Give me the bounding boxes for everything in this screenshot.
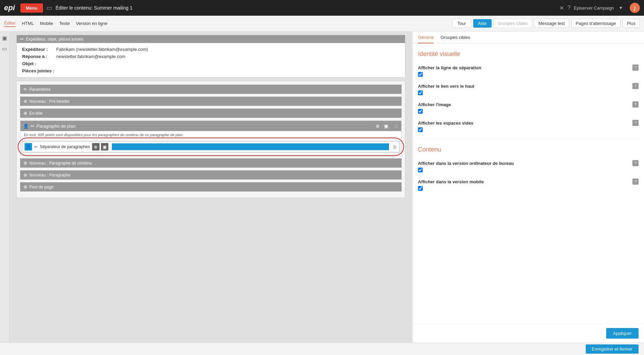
contenu-title: Contenu: [418, 146, 639, 153]
separation-setting: Afficher la ligne de séparation ?: [418, 65, 639, 77]
help-button[interactable]: ?: [632, 179, 639, 185]
user-icon: 👤: [23, 124, 29, 129]
pages-atterrissage-button[interactable]: Pages d'atterrissage: [571, 19, 620, 28]
separateur-row[interactable]: 👤 ✏ Séparateur de paragraphes ⊕ ▣ 🗑: [22, 141, 400, 153]
nouveau-paragraphe-contenu-label: Nouveau : Paragraphe de contenu: [29, 161, 92, 166]
plan-hint: En tout, 600 pixels sont disponibles pou…: [20, 131, 401, 139]
separateur-container: 👤 ✏ Séparateur de paragraphes ⊕ ▣ 🗑: [22, 141, 400, 153]
menu-button[interactable]: Menu: [20, 3, 43, 13]
mobile-setting: Afficher dans la version mobile ?: [418, 179, 639, 191]
right-panel-tabs: Général Groupes cibles: [413, 31, 644, 44]
plus-button[interactable]: Plus: [623, 19, 640, 28]
tab-html[interactable]: HTML: [22, 20, 34, 27]
reponse-row: Réponse à : newsletter.fabrikam@example.…: [22, 53, 400, 60]
bureau-setting: Afficher dans la version ordinateur de b…: [418, 160, 639, 172]
copy-btn[interactable]: ▣: [101, 143, 108, 151]
image-checkbox-row: [418, 109, 639, 114]
plan-actions: ⊕ ▣ 🗑: [374, 123, 399, 129]
image-setting: Afficher l'image ?: [418, 101, 639, 114]
pencil-icon: ✏: [31, 124, 34, 129]
espaces-checkbox[interactable]: [418, 127, 423, 132]
chevron-down-icon[interactable]: ▼: [619, 5, 623, 10]
enregistrer-button[interactable]: Enregistrer et fermer: [586, 344, 639, 354]
separation-label: Afficher la ligne de séparation ?: [418, 65, 639, 71]
expediteur-row: Expéditeur : Fabrikam (newsletter.fabrik…: [22, 46, 400, 53]
bureau-label: Afficher dans la version ordinateur de b…: [418, 160, 639, 166]
sep-actions: ⊕ ▣: [92, 143, 108, 151]
separation-checkbox[interactable]: [418, 72, 423, 77]
pied-page-label: Pied de page: [29, 185, 54, 189]
user-icon: 👤: [25, 143, 32, 151]
reponse-label: Réponse à :: [22, 54, 56, 59]
bureau-checkbox[interactable]: [418, 168, 423, 172]
help-icon[interactable]: ?: [567, 5, 570, 11]
app-logo: epi: [4, 3, 15, 12]
image-label: Afficher l'image ?: [418, 101, 639, 108]
plus-btn[interactable]: ⊕: [92, 143, 100, 151]
tour-button[interactable]: Tour: [452, 19, 471, 28]
pencil-icon[interactable]: ✏: [34, 144, 38, 150]
parametres-row[interactable]: ✏ Paramètres: [20, 85, 402, 94]
nouveau-paragraphe-row[interactable]: ⊕ Nouveau : Paragraphe: [20, 170, 402, 180]
lien-haut-setting: Afficher le lien vers le haut ?: [418, 83, 639, 95]
mobile-checkbox[interactable]: [418, 186, 423, 191]
expediteur-value: Fabrikam (newsletter.fabrikam@example.co…: [56, 47, 148, 52]
nouveau-paragraphe-contenu-row[interactable]: ⊕ Nouveau : Paragraphe de contenu: [20, 158, 402, 168]
user-avatar[interactable]: j: [630, 3, 640, 13]
section-divider: [418, 139, 639, 139]
nouveau-paragraphe-label: Nouveau : Paragraphe: [29, 173, 71, 178]
help-button[interactable]: ?: [632, 83, 639, 89]
toolbar: Éditer HTML Mobile Texte Version en lign…: [0, 16, 644, 31]
groupes-cibles-button[interactable]: Groupes cibles: [494, 19, 532, 28]
help-button[interactable]: ?: [632, 101, 639, 108]
page-title: Éditer le contenu: Summer mailing 1: [56, 5, 554, 11]
separation-checkbox-row: [418, 72, 639, 77]
pieces-label: Pièces jointes :: [22, 68, 56, 73]
plus-circle-icon: ⊕: [24, 172, 27, 178]
tab-version-ligne[interactable]: Version en ligne: [76, 20, 108, 27]
top-navigation: epi Menu ▭ Éditer le contenu: Summer mai…: [0, 0, 644, 16]
help-button[interactable]: ?: [632, 65, 639, 71]
entete-label: En-tête: [29, 111, 43, 116]
bureau-checkbox-row: [418, 168, 639, 172]
preview-icon[interactable]: ▭: [46, 4, 52, 12]
desktop-icon[interactable]: ▣: [2, 35, 7, 41]
aide-button[interactable]: Aide: [473, 19, 492, 28]
mobile-icon[interactable]: ▭: [2, 45, 7, 52]
objet-label: Objet :: [22, 61, 56, 66]
parametres-label: Paramètres: [29, 87, 50, 92]
espaces-label: Afficher les espaces vides ?: [418, 120, 639, 126]
entete-row[interactable]: ⊕ En-tête: [20, 109, 402, 118]
plus-icon[interactable]: ⊕: [374, 123, 381, 129]
trash-icon[interactable]: 🗑: [394, 123, 399, 129]
paragraphe-plan-section: 👤 ✏ Paragraphe de plan ⊕ ▣ 🗑 En tout, 60…: [20, 120, 402, 156]
toolbar-actions: Tour Aide Groupes cibles Message test Pa…: [452, 19, 640, 28]
tab-groupes-cibles[interactable]: Groupes cibles: [440, 35, 470, 43]
help-button[interactable]: ?: [632, 120, 639, 126]
tab-editer[interactable]: Éditer: [4, 20, 16, 27]
help-button[interactable]: ?: [632, 160, 639, 166]
tab-texte[interactable]: Texte: [59, 20, 70, 27]
close-icon[interactable]: ✕: [559, 5, 564, 11]
tab-general[interactable]: Général: [418, 35, 434, 43]
copy-icon[interactable]: ▣: [383, 123, 390, 129]
message-test-button[interactable]: Message test: [534, 19, 569, 28]
plan-header[interactable]: 👤 ✏ Paragraphe de plan ⊕ ▣ 🗑: [20, 121, 401, 131]
nouveau-preheader-row[interactable]: ⊕ Nouveau : Pré-header: [20, 97, 402, 106]
header-bar[interactable]: ✏ Expéditeur, objet, pièces jointes: [17, 35, 405, 43]
pied-page-row[interactable]: ⊕ Pied de page: [20, 182, 402, 191]
lien-haut-label: Afficher le lien vers le haut ?: [418, 83, 639, 89]
header-bar-label: Expéditeur, objet, pièces jointes: [26, 37, 84, 42]
plus-circle-icon: ⊕: [24, 184, 27, 189]
expediteur-label: Expéditeur :: [22, 47, 56, 52]
tab-mobile[interactable]: Mobile: [40, 20, 53, 27]
lien-checkbox[interactable]: [418, 90, 423, 95]
pencil-icon: ✏: [20, 37, 24, 42]
appliquer-button[interactable]: Appliquer: [606, 328, 639, 339]
bottom-bar: Enregistrer et fermer: [0, 343, 644, 355]
trash-icon[interactable]: 🗑: [392, 144, 397, 150]
image-checkbox[interactable]: [418, 109, 423, 114]
sep-blue-bar: [112, 143, 389, 150]
email-fields: Expéditeur : Fabrikam (newsletter.fabrik…: [17, 43, 405, 77]
plan-label: Paragraphe de plan: [36, 124, 75, 129]
